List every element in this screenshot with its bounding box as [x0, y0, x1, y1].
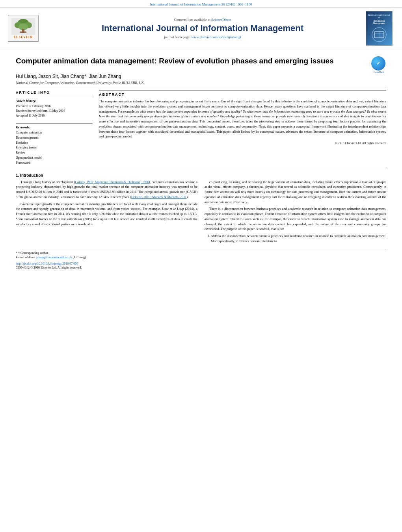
keyword-7: Framework	[16, 161, 93, 166]
journal-header-bar: ELSEVIER Contents lists available at Sci…	[0, 7, 402, 49]
authors-text: Hui Liang, Jason Sit, Jian Chang*, Jian …	[16, 74, 121, 79]
keywords-subheading: Keywords:	[16, 125, 93, 129]
keyword-1: Computer animation	[16, 130, 93, 135]
journal-reference: International Journal of Information Man…	[150, 2, 252, 6]
purpose-list: address the disconnection between busine…	[211, 234, 386, 244]
abstract-block: ABSTRACT The computer animation industry…	[99, 91, 386, 145]
article-content: Computer animation data management: Revi…	[0, 49, 402, 274]
authors-line: Hui Liang, Jason Sit, Jian Chang*, Jian …	[16, 74, 386, 79]
received-date: Received 12 February 2016	[16, 104, 93, 109]
abstract-heading: ABSTRACT	[99, 93, 386, 96]
footer-corresponding: * * Corresponding author.	[16, 251, 386, 255]
article-title-section: Computer animation data management: Revi…	[16, 56, 386, 71]
author-email[interactable]: jchang@bournemouth.ac.uk	[36, 256, 72, 259]
issn-line: 0268-4012/© 2016 Elsevier Ltd. All right…	[16, 265, 386, 270]
sciencedirect-link[interactable]: ScienceDirect	[211, 18, 231, 22]
keyword-3: Evolution	[16, 141, 93, 146]
keyword-2: Data management	[16, 135, 93, 141]
keyword-5: Review	[16, 150, 93, 156]
journal-ref-bar: International Journal of Information Man…	[0, 0, 402, 7]
affiliation-line: National Centre for Computer Animation, …	[16, 81, 386, 85]
corresponding-text: * Corresponding author.	[18, 251, 49, 255]
svg-rect-6	[20, 32, 26, 33]
header-divider	[16, 88, 386, 88]
elsevier-logo: ELSEVIER	[8, 15, 39, 42]
homepage-url[interactable]: www.elsevier.com/locate/ijinfomgt	[192, 35, 241, 39]
body-right-column: co-producing, co-using, and co-sharing t…	[205, 180, 386, 245]
history-subheading: Article history:	[16, 99, 93, 103]
body-left-column: Through a long history of development (C…	[16, 180, 197, 245]
intro-heading: 1. Introduction	[16, 173, 386, 178]
body-right-para-2: There is a disconnection between busines…	[205, 206, 386, 232]
article-history-block: Article history: Received 12 February 20…	[16, 97, 93, 120]
copyright-line: © 2016 Elsevier Ltd. All rights reserved…	[99, 141, 386, 145]
elsevier-label: ELSEVIER	[14, 35, 33, 39]
article-info-column: ARTICLE INFO Article history: Received 1…	[16, 91, 93, 166]
journal-main-title: International Journal of Information Man…	[39, 23, 366, 33]
article-info-heading: ARTICLE INFO	[16, 91, 93, 95]
body-right-para-1: co-producing, co-using, and co-sharing t…	[205, 180, 386, 205]
revised-date: Received in revised form 13 May 2016	[16, 109, 93, 113]
keywords-block: Keywords: Computer animation Data manage…	[16, 123, 93, 166]
body-columns: Through a long history of development (C…	[16, 180, 386, 245]
keyword-4: Emerging issues	[16, 145, 93, 150]
journal-cover-image: International Journal of Information Man…	[366, 11, 394, 46]
contents-available-line: Contents lists available at ScienceDirec…	[39, 18, 366, 22]
footer-email-line: E-mail address: jchang@bournemouth.ac.uk…	[16, 255, 386, 260]
crossmark-icon: ✓	[371, 56, 385, 70]
abstract-text: The computer animation industry has been…	[99, 99, 386, 139]
article-info-abstract-columns: ARTICLE INFO Article history: Received 1…	[16, 91, 386, 166]
body-para-1: Through a long history of development (C…	[16, 180, 197, 200]
abstract-column: ABSTRACT The computer animation industry…	[99, 91, 386, 166]
list-item-1: address the disconnection between busine…	[211, 234, 386, 244]
journal-title-center: Contents lists available at ScienceDirec…	[39, 18, 366, 39]
doi-link[interactable]: http://dx.doi.org/10.1016/j.ijinfomgt.20…	[16, 262, 78, 265]
crossmark-badge: ✓ CrossMark	[371, 56, 386, 71]
email-label: E-mail address:	[16, 256, 35, 259]
contents-text: Contents lists available at	[174, 18, 210, 22]
ref-collins[interactable]: Collins, 1997; Magnenat Thalmann & Thalm…	[75, 180, 149, 184]
elsevier-tree-icon	[11, 18, 35, 35]
accepted-date: Accepted 11 July 2016	[16, 113, 93, 118]
article-footer: * * Corresponding author. E-mail address…	[16, 249, 386, 270]
page-wrapper: International Journal of Information Man…	[0, 0, 402, 532]
article-title: Computer animation data management: Revi…	[16, 56, 367, 66]
body-divider	[16, 170, 386, 170]
body-para-2: Given the rapid growth of the computer a…	[16, 202, 197, 227]
email-suffix: (J. Chang).	[73, 256, 86, 259]
keyword-6: Open product model	[16, 156, 93, 161]
homepage-label: journal homepage:	[164, 35, 190, 39]
cover-graphic-icon	[371, 27, 387, 43]
cover-title: Information Management	[368, 20, 391, 24]
ref-deloitte[interactable]: Deloitte, 2010; Markets & Markets, 2011	[131, 195, 187, 199]
journal-homepage-line: journal homepage: www.elsevier.com/locat…	[39, 35, 366, 39]
